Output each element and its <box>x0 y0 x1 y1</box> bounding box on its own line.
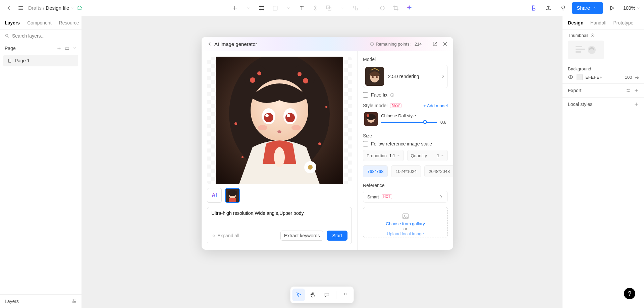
model-selector[interactable]: 2.5D rendering <box>363 65 448 88</box>
svg-point-8 <box>74 301 75 302</box>
hot-badge: HOT <box>382 194 392 199</box>
shape-tool[interactable] <box>269 2 281 14</box>
thumb-generated-selected[interactable] <box>225 188 240 203</box>
svg-point-42 <box>318 142 321 145</box>
svg-rect-4 <box>356 8 358 10</box>
background-section: Background EFEFEF 100 % <box>562 63 644 84</box>
prompt-textarea[interactable] <box>211 210 347 229</box>
share-button[interactable]: Share <box>572 2 603 14</box>
menu-button[interactable] <box>16 3 25 13</box>
topbar-left: Drafts / Design file <box>4 3 83 13</box>
prompt-box: Expand all Extract keywords Start <box>207 207 352 244</box>
size-chip-1024[interactable]: 1024*1024 <box>391 165 421 177</box>
popout-icon <box>432 41 438 47</box>
text-tool[interactable] <box>296 2 308 14</box>
follow-scale-checkbox[interactable]: Follow reference image scale <box>363 141 448 146</box>
popout-button[interactable] <box>432 41 438 47</box>
add-local-style-button[interactable] <box>634 102 639 107</box>
svg-point-37 <box>298 72 302 76</box>
svg-point-40 <box>234 122 237 125</box>
pages-folder-icon[interactable] <box>65 46 69 51</box>
thumb-ai-blank[interactable]: AI <box>207 188 222 203</box>
more-tools-dropdown[interactable] <box>339 289 352 301</box>
visibility-toggle[interactable] <box>568 74 573 80</box>
export-section: Export <box>562 84 644 98</box>
ai-generator-modal: AI image generator Remaining points: 214… <box>202 37 453 250</box>
upload-local-link[interactable]: Upload local image <box>367 231 444 236</box>
info-icon <box>390 93 394 97</box>
start-button[interactable]: Start <box>327 231 347 241</box>
search-input[interactable] <box>12 33 77 39</box>
layer-search[interactable] <box>0 29 82 42</box>
chevron-down-icon <box>73 46 77 50</box>
proportion-select[interactable]: Proportion 1:1 <box>363 150 404 161</box>
b-logo-icon[interactable] <box>528 2 540 14</box>
tab-component[interactable]: Component <box>27 20 51 25</box>
bg-hex-value[interactable]: EFEFEF <box>585 75 622 80</box>
file-name-dropdown[interactable]: Design file <box>46 5 69 11</box>
back-button[interactable] <box>4 3 13 13</box>
svg-point-16 <box>627 89 628 90</box>
page-item[interactable]: Page 1 <box>3 55 78 66</box>
zoom-dropdown[interactable]: 100% <box>623 5 640 11</box>
export-settings-button[interactable] <box>626 88 631 93</box>
add-export-button[interactable] <box>634 88 639 93</box>
help-button[interactable]: ? <box>624 288 635 299</box>
right-panel: Design Handoff Prototype Thumbnail Backg… <box>562 16 644 308</box>
share-label: Share <box>577 5 590 11</box>
chevrons-down-icon <box>343 293 347 297</box>
choose-gallery-link[interactable]: Choose from gallary <box>367 221 444 226</box>
bulb-icon-button[interactable] <box>557 2 569 14</box>
pages-collapse-button[interactable] <box>73 46 77 51</box>
extract-keywords-button[interactable]: Extract keywords <box>280 231 324 241</box>
face-fix-checkbox[interactable]: Face fix <box>363 92 448 98</box>
add-tool-dropdown[interactable] <box>242 2 254 14</box>
frame-tool[interactable] <box>256 2 268 14</box>
thumbnail-preview[interactable] <box>568 41 604 59</box>
size-chip-2048[interactable]: 2048*2048 <box>424 165 453 177</box>
add-page-button[interactable] <box>57 46 61 51</box>
topbar: Drafts / Design file <box>0 0 644 16</box>
bg-opacity-value[interactable]: 100 <box>625 75 632 80</box>
local-styles-section: Local styles <box>562 98 644 111</box>
ai-tool[interactable] <box>403 2 415 14</box>
info-icon <box>590 33 595 38</box>
svg-point-33 <box>274 147 285 167</box>
play-button[interactable] <box>606 2 618 14</box>
tab-prototype[interactable]: Prototype <box>613 20 633 25</box>
bg-color-swatch[interactable] <box>577 74 583 80</box>
reference-mode-select[interactable]: Smart HOT <box>363 191 448 203</box>
svg-point-14 <box>588 46 596 54</box>
add-tool[interactable] <box>229 2 241 14</box>
cursor-tool[interactable] <box>292 289 305 301</box>
expand-all-button[interactable]: Expand all <box>211 233 239 238</box>
svg-point-46 <box>227 190 237 196</box>
svg-point-58 <box>404 215 405 216</box>
share-icon-button[interactable] <box>542 2 554 14</box>
boolean-tool-disabled <box>323 2 335 14</box>
svg-point-36 <box>303 78 308 83</box>
chevron-right-icon <box>441 74 445 79</box>
reference-dropzone[interactable]: Choose from gallary or Upload local imag… <box>363 207 448 238</box>
modal-back-button[interactable] <box>207 41 212 47</box>
plus-icon <box>634 102 639 107</box>
quantity-select[interactable]: Quantity 1 <box>407 150 448 161</box>
tab-resource[interactable]: Resource <box>59 20 79 25</box>
shape-tool-dropdown[interactable] <box>282 2 294 14</box>
tab-handoff[interactable]: Handoff <box>590 20 607 25</box>
comment-tool[interactable] <box>321 289 333 301</box>
local-styles-label: Local styles <box>568 102 592 107</box>
hand-tool[interactable] <box>307 289 319 301</box>
layers-settings-button[interactable] <box>71 299 77 304</box>
background-label: Background <box>568 66 639 71</box>
add-model-button[interactable]: + Add model <box>423 103 448 108</box>
svg-point-15 <box>570 76 571 78</box>
tab-layers[interactable]: Layers <box>5 20 20 25</box>
chevron-down-icon <box>397 154 400 157</box>
style-weight-slider[interactable] <box>381 122 437 123</box>
page-icon <box>7 58 12 63</box>
size-chip-768[interactable]: 768*768 <box>363 165 388 177</box>
close-button[interactable] <box>442 41 448 47</box>
tab-design[interactable]: Design <box>568 20 584 25</box>
left-panel-tabs: Layers Component Resource <box>0 16 82 29</box>
